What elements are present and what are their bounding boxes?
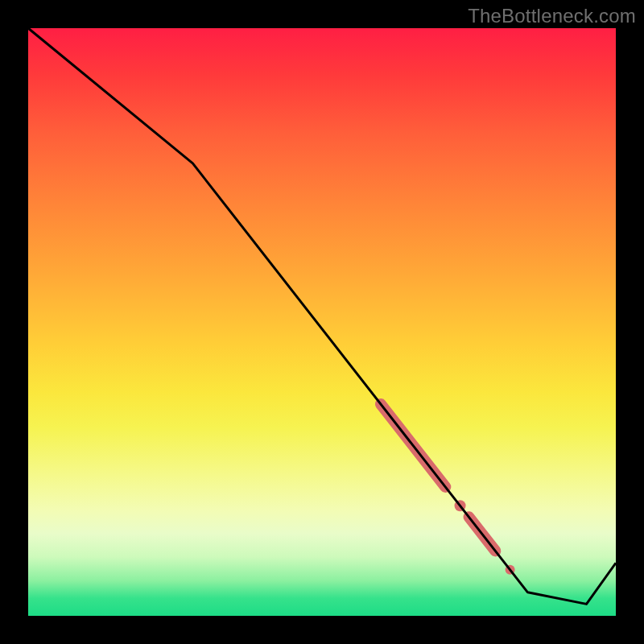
chart-svg: [28, 28, 616, 616]
main-curve: [28, 28, 616, 604]
plot-area: [28, 28, 616, 616]
watermark-text: TheBottleneck.com: [468, 5, 636, 27]
chart-frame: TheBottleneck.com: [0, 0, 644, 644]
